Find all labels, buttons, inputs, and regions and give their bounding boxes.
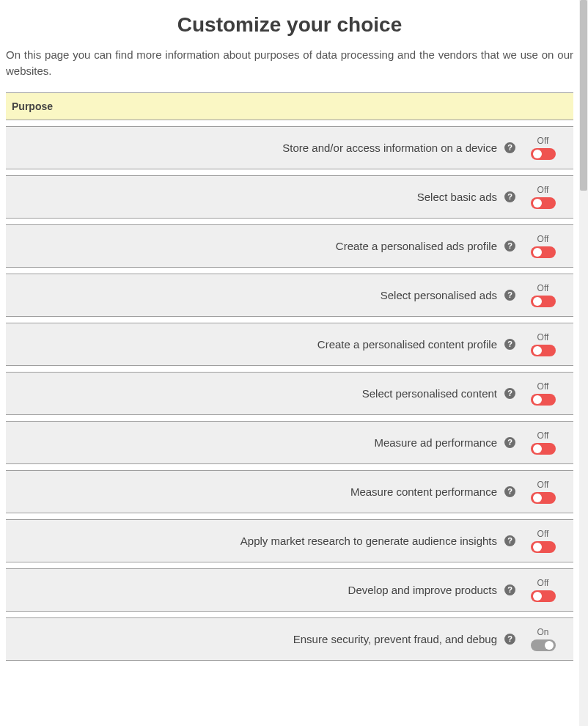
purpose-label: Store and/or access information on a dev… [282, 142, 497, 154]
toggle-knob [533, 444, 542, 453]
purpose-label: Create a personalised content profile [317, 338, 497, 351]
purpose-block: Select personalised ads?Off [6, 274, 573, 317]
purpose-label: Select personalised ads [381, 289, 497, 301]
purpose-toggle[interactable] [531, 197, 556, 209]
purpose-row: Develop and improve products?Off [6, 568, 573, 612]
toggle-state-label: Off [537, 381, 549, 392]
purpose-row: Select personalised ads?Off [6, 274, 573, 317]
purpose-label: Ensure security, prevent fraud, and debu… [293, 633, 497, 645]
table-header-purpose: Purpose [6, 92, 573, 120]
toggle-knob [533, 592, 542, 601]
purpose-toggle[interactable] [531, 492, 556, 504]
toggle-knob [533, 494, 542, 502]
purpose-toggle[interactable] [531, 296, 556, 307]
intro-text: On this page you can find more informati… [6, 47, 573, 79]
help-icon[interactable]: ? [504, 191, 515, 202]
purpose-toggle[interactable] [531, 394, 556, 406]
help-icon[interactable]: ? [504, 241, 515, 252]
purpose-toggle[interactable] [531, 345, 556, 356]
help-icon[interactable]: ? [504, 142, 515, 153]
toggle-wrap: Off [523, 529, 563, 553]
toggle-state-label: Off [537, 234, 549, 244]
toggle-wrap: Off [523, 234, 563, 258]
toggle-wrap: Off [523, 332, 563, 356]
toggle-knob [533, 150, 542, 158]
purpose-label: Create a personalised ads profile [336, 240, 497, 252]
purpose-row: Apply market research to generate audien… [6, 519, 573, 562]
purpose-block: Store and/or access information on a dev… [6, 126, 573, 169]
purpose-block: Develop and improve products?Off [6, 568, 573, 612]
purpose-toggle[interactable] [531, 148, 556, 160]
purpose-label: Apply market research to generate audien… [240, 535, 497, 547]
toggle-wrap: Off [523, 136, 563, 160]
purpose-toggle[interactable] [531, 541, 556, 553]
purpose-row: Measure ad performance?Off [6, 421, 573, 464]
purpose-row: Select personalised content?Off [6, 372, 573, 415]
toggle-wrap: Off [523, 430, 563, 455]
purpose-row: Select basic ads?Off [6, 175, 573, 219]
purpose-row: Measure content performance?Off [6, 470, 573, 513]
purpose-block: Select basic ads?Off [6, 175, 573, 219]
purpose-block: Select personalised content?Off [6, 372, 573, 415]
purpose-row: Create a personalised ads profile?Off [6, 224, 573, 268]
help-icon[interactable]: ? [504, 437, 515, 448]
toggle-wrap: On [523, 627, 563, 651]
toggle-state-label: Off [537, 480, 549, 490]
purpose-label: Develop and improve products [348, 584, 497, 596]
page-title: Customize your choice [6, 13, 573, 37]
purpose-row: Ensure security, prevent fraud, and debu… [6, 617, 573, 661]
purpose-toggle[interactable] [531, 590, 556, 602]
toggle-state-label: On [537, 627, 548, 637]
toggle-wrap: Off [523, 185, 563, 209]
purpose-row: Store and/or access information on a dev… [6, 126, 573, 169]
purpose-label: Measure content performance [350, 485, 497, 498]
purpose-block: Create a personalised content profile?Of… [6, 323, 573, 366]
purpose-label: Select basic ads [417, 191, 497, 203]
purpose-block: Measure ad performance?Off [6, 421, 573, 464]
toggle-wrap: Off [523, 480, 563, 504]
purpose-block: Measure content performance?Off [6, 470, 573, 513]
help-icon[interactable]: ? [504, 486, 515, 497]
toggle-knob [533, 346, 542, 355]
purpose-row: Create a personalised content profile?Of… [6, 323, 573, 366]
toggle-state-label: Off [537, 185, 549, 195]
purpose-block: Apply market research to generate audien… [6, 519, 573, 562]
toggle-wrap: Off [523, 381, 563, 406]
purpose-toggle[interactable] [531, 443, 556, 455]
toggle-state-label: Off [537, 430, 549, 441]
toggle-wrap: Off [523, 578, 563, 602]
toggle-knob [533, 297, 542, 306]
toggle-knob [533, 395, 542, 404]
purpose-list: Store and/or access information on a dev… [6, 126, 573, 661]
help-icon[interactable]: ? [504, 584, 515, 595]
help-icon[interactable]: ? [504, 388, 515, 399]
scrollbar-track[interactable] [579, 0, 588, 726]
purpose-block: Create a personalised ads profile?Off [6, 224, 573, 268]
scroll-area[interactable]: Customize your choice On this page you c… [0, 0, 579, 726]
help-icon[interactable]: ? [504, 339, 515, 350]
purpose-toggle[interactable] [531, 639, 556, 651]
purpose-label: Select personalised content [362, 387, 497, 400]
toggle-knob [533, 199, 542, 208]
purpose-toggle[interactable] [531, 246, 556, 258]
toggle-knob [533, 248, 542, 257]
toggle-state-label: Off [537, 529, 549, 539]
toggle-state-label: Off [537, 283, 549, 293]
help-icon[interactable]: ? [504, 634, 515, 645]
toggle-knob [533, 543, 542, 551]
toggle-state-label: Off [537, 332, 549, 342]
scrollbar-thumb[interactable] [580, 0, 587, 191]
toggle-state-label: Off [537, 136, 549, 146]
help-icon[interactable]: ? [504, 290, 515, 301]
purpose-block: Ensure security, prevent fraud, and debu… [6, 617, 573, 661]
toggle-wrap: Off [523, 283, 563, 307]
purpose-label: Measure ad performance [374, 436, 497, 449]
toggle-knob [545, 641, 554, 650]
toggle-state-label: Off [537, 578, 549, 588]
help-icon[interactable]: ? [504, 535, 515, 546]
